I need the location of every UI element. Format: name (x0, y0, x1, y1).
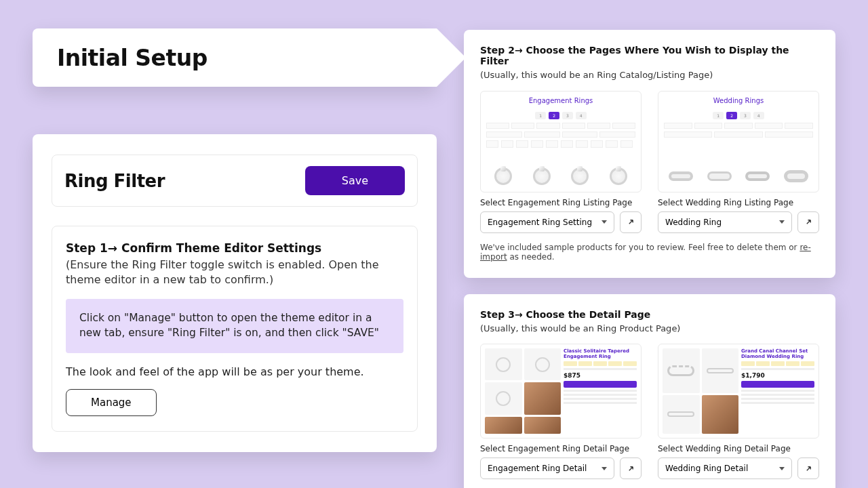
ring-filter-heading: Ring Filter (64, 171, 165, 191)
step1-look-text: The look and feel of the app will be as … (66, 365, 403, 378)
step2-subtitle: (Usually, this would be an Ring Catalog/… (480, 69, 819, 81)
step3-card: Step 3→ Choose the Detail Page (Usually,… (464, 294, 835, 488)
wedding-detail-label: Select Wedding Ring Detail Page (658, 444, 819, 453)
page-title-arrow: Initial Setup (33, 28, 437, 87)
step1-hint: Click on "Manage" button to open the the… (66, 299, 403, 352)
step1-header-row: Ring Filter Save (52, 155, 418, 207)
engagement-detail-preview: Classic Solitaire Tapered Engagement Rin… (480, 344, 642, 439)
chevron-down-icon (601, 220, 607, 224)
open-external-button[interactable] (797, 458, 819, 479)
save-button[interactable]: Save (305, 166, 405, 195)
step1-subtitle: (Ensure the Ring Filter toggle switch is… (66, 258, 403, 287)
open-external-button[interactable] (620, 211, 642, 233)
step3-title: Step 3→ Choose the Detail Page (480, 309, 819, 320)
chevron-down-icon (601, 467, 607, 470)
wedding-listing-preview: Wedding Rings 1234 (658, 91, 819, 192)
step1-card: Ring Filter Save Step 1→ Confirm Theme E… (33, 134, 437, 452)
wedding-detail-preview: Grand Canal Channel Set Diamond Wedding … (658, 344, 819, 439)
manage-button[interactable]: Manage (66, 389, 157, 416)
page-title: Initial Setup (57, 45, 208, 71)
engagement-detail-label: Select Engagement Ring Detail Page (480, 444, 642, 453)
chevron-down-icon (779, 220, 785, 224)
engagement-detail-select[interactable]: Engagement Ring Detail (480, 458, 614, 479)
step2-note: We've included sample products for you t… (480, 243, 819, 262)
wedding-listing-label: Select Wedding Ring Listing Page (658, 198, 819, 207)
wedding-listing-select[interactable]: Wedding Ring (658, 211, 792, 233)
step1-body: Step 1→ Confirm Theme Editor Settings (E… (52, 226, 418, 432)
external-link-icon (627, 218, 635, 226)
wedding-detail-select[interactable]: Wedding Ring Detail (658, 458, 792, 479)
step1-title: Step 1→ Confirm Theme Editor Settings (66, 241, 403, 255)
engagement-listing-preview: Engagement Rings 1234 (480, 91, 642, 192)
step3-subtitle: (Usually, this would be an Ring Product … (480, 323, 819, 335)
open-external-button[interactable] (620, 458, 642, 479)
external-link-icon (804, 218, 813, 226)
step2-card: Step 2→ Choose the Pages Where You Wish … (464, 30, 835, 278)
open-external-button[interactable] (797, 211, 819, 233)
step2-title: Step 2→ Choose the Pages Where You Wish … (480, 45, 819, 66)
external-link-icon (627, 464, 635, 473)
chevron-down-icon (779, 467, 785, 470)
engagement-listing-label: Select Engagement Ring Listing Page (480, 198, 642, 207)
external-link-icon (804, 464, 813, 473)
engagement-listing-select[interactable]: Engagement Ring Setting (480, 211, 614, 233)
